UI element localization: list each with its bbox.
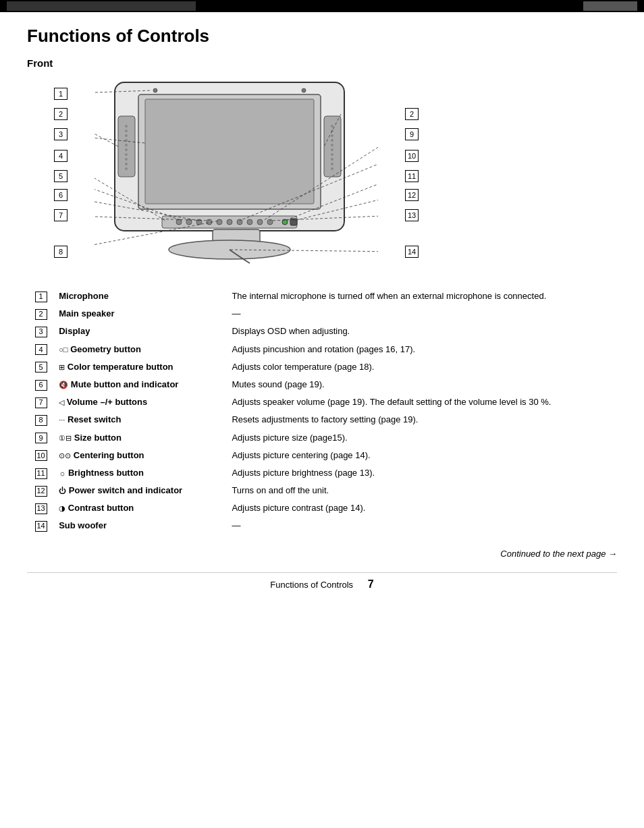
diagram-label-7: 7 [54,209,68,221]
control-description: Adjusts picture brightness (page 13). [230,464,617,482]
diagram-label-12: 12 [405,189,419,201]
control-label: ⏻ Power switch and indicator [57,482,230,499]
control-number: 6 [27,376,57,393]
table-row: 13◑ Contrast buttonAdjusts picture contr… [27,499,617,517]
svg-point-34 [237,219,242,225]
diagram-label-5: 5 [54,170,68,182]
table-row: 7◁ Volume –/+ buttonsAdjusts speaker vol… [27,393,617,411]
control-label: Display [57,323,230,340]
svg-point-7 [125,130,128,132]
control-number: 1 [27,287,57,305]
svg-point-10 [125,144,128,146]
svg-point-8 [125,134,128,137]
control-number: 14 [27,517,57,534]
control-description: — [230,305,617,323]
diagram-label-2-left: 2 [54,108,68,120]
control-description: Adjusts color temperature (page 18). [230,358,617,376]
svg-point-12 [125,153,128,156]
table-row: 2Main speaker— [27,305,617,323]
control-label: ⊞ Color temperature button [57,358,230,376]
control-label: ①⊟ Size button [57,429,230,447]
control-number: 10 [27,447,57,464]
control-description: Adjusts picture contrast (page 14). [230,499,617,517]
svg-point-17 [331,125,333,128]
diagram-label-6: 6 [54,189,68,201]
control-number: 9 [27,429,57,447]
table-row: 14Sub woofer— [27,517,617,534]
control-description: Adjusts picture centering (page 14). [230,447,617,464]
svg-point-21 [331,144,333,146]
diagram-label-1: 1 [54,88,68,100]
control-number: 2 [27,305,57,323]
control-description: Mutes sound (page 19). [230,376,617,393]
page-number: 7 [368,578,374,590]
controls-table: 1MicrophoneThe internal microphone is tu… [27,287,617,535]
svg-point-36 [257,219,263,225]
control-description: Adjusts speaker volume (page 19). The de… [230,393,617,411]
control-number: 5 [27,358,57,376]
svg-point-20 [331,139,333,142]
svg-point-6 [125,125,128,128]
table-row: 3DisplayDisplays OSD when adjusting. [27,323,617,340]
diagram-label-4: 4 [54,150,68,162]
svg-point-40 [153,88,157,92]
control-number: 7 [27,393,57,411]
diagram-label-2-right: 2 [405,108,419,120]
svg-point-19 [331,134,333,137]
control-number: 11 [27,464,57,482]
diagram-label-11: 11 [405,170,419,182]
control-description: — [230,517,617,534]
control-description: Adjusts picture size (page15). [230,429,617,447]
control-label: 🔇 Mute button and indicator [57,376,230,393]
table-row: 5⊞ Color temperature buttonAdjusts color… [27,358,617,376]
svg-rect-2 [145,99,314,204]
control-description: Resets adjustments to factory setting (p… [230,411,617,429]
svg-point-24 [331,158,333,161]
svg-point-14 [125,163,128,165]
svg-point-26 [331,167,333,170]
control-number: 13 [27,499,57,517]
footer: Functions of Controls 7 [27,572,617,590]
svg-point-11 [125,148,128,151]
control-label: Sub woofer [57,517,230,534]
table-row: 1MicrophoneThe internal microphone is tu… [27,287,617,305]
control-description: Adjusts pincushion and rotation (pages 1… [230,341,617,358]
control-label: ☼ Brightness button [57,464,230,482]
table-row: 6🔇 Mute button and indicatorMutes sound … [27,376,617,393]
page-content: Functions of Controls Front 1 2 3 4 5 6 … [0,12,644,617]
svg-point-28 [176,219,182,225]
top-bar-right-block [583,1,637,11]
table-row: 4○□ Geometry buttonAdjusts pincushion an… [27,341,617,358]
svg-point-22 [331,148,333,151]
svg-point-15 [125,167,128,170]
diagram-label-8: 8 [54,246,68,258]
control-label: ○□ Geometry button [57,341,230,358]
control-label: ··· Reset switch [57,411,230,429]
diagram-label-13: 13 [405,209,419,221]
control-number: 8 [27,411,57,429]
continued-line: Continued to the next page → [27,549,617,559]
control-description: The internal microphone is turned off wh… [230,287,617,305]
top-bar [0,0,644,12]
svg-point-41 [302,88,306,92]
diagram-label-3: 3 [54,128,68,140]
control-description: Displays OSD when adjusting. [230,323,617,340]
control-label: ◑ Contrast button [57,499,230,517]
svg-point-25 [331,163,333,165]
table-row: 9①⊟ Size buttonAdjusts picture size (pag… [27,429,617,447]
control-number: 12 [27,482,57,499]
section-front: Front [27,57,617,69]
control-label: Microphone [57,287,230,305]
diagram-label-9: 9 [405,128,419,140]
table-row: 8··· Reset switchResets adjustments to f… [27,411,617,429]
control-number: 4 [27,341,57,358]
table-row: 11☼ Brightness buttonAdjusts picture bri… [27,464,617,482]
svg-point-37 [267,219,273,225]
control-label: Main speaker [57,305,230,323]
page-title: Functions of Controls [27,26,617,47]
control-number: 3 [27,323,57,340]
diagram-area: 1 2 3 4 5 6 7 8 2 9 10 11 12 13 14 [54,76,419,271]
control-description: Turns on and off the unit. [230,482,617,499]
monitor-diagram [95,76,378,265]
svg-point-33 [227,219,232,225]
